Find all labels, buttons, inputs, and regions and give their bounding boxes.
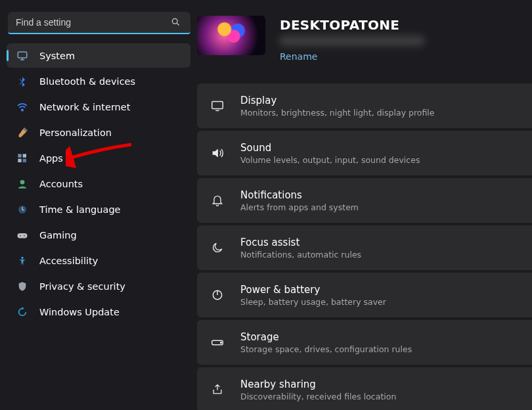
sidebar-item-label: Time & language xyxy=(39,204,121,215)
svg-point-10 xyxy=(20,180,25,185)
sound-icon xyxy=(209,145,226,162)
gamepad-icon xyxy=(16,229,29,242)
card-title: Focus assist xyxy=(240,237,361,248)
settings-cards: Display Monitors, brightness, night ligh… xyxy=(197,83,532,410)
bell-icon xyxy=(209,192,226,209)
rename-link[interactable]: Rename xyxy=(280,51,317,62)
sidebar-item-label: Network & internet xyxy=(39,102,130,112)
card-title: Sound xyxy=(240,142,420,154)
card-sub: Monitors, brightness, night light, displ… xyxy=(240,108,434,118)
sidebar-item-label: Apps xyxy=(39,153,63,164)
sidebar-item-label: Privacy & security xyxy=(39,281,125,292)
share-icon xyxy=(209,381,226,398)
card-sub: Volume levels, output, input, sound devi… xyxy=(240,155,420,165)
card-power-battery[interactable]: Power & battery Sleep, battery usage, ba… xyxy=(197,273,532,317)
sidebar-item-bluetooth[interactable]: Bluetooth & devices xyxy=(7,69,190,93)
card-sub: Discoverability, received files location xyxy=(240,392,396,401)
card-focus-assist[interactable]: Focus assist Notifications, automatic ru… xyxy=(197,225,532,270)
svg-point-21 xyxy=(221,342,222,344)
sidebar-item-label: Windows Update xyxy=(39,307,120,317)
profile-text: DESKTOPATONE Rename xyxy=(280,16,437,62)
sidebar-item-label: Accounts xyxy=(39,179,83,189)
svg-rect-2 xyxy=(18,52,27,58)
person-icon xyxy=(16,177,29,191)
card-title: Nearby sharing xyxy=(240,378,396,390)
sidebar-item-label: Accessibility xyxy=(39,256,98,266)
svg-rect-9 xyxy=(23,158,26,162)
svg-point-14 xyxy=(24,235,25,236)
sidebar-item-label: System xyxy=(39,51,75,61)
card-nearby-sharing[interactable]: Nearby sharing Discoverability, received… xyxy=(197,367,532,410)
card-title: Notifications xyxy=(240,189,359,201)
sidebar-item-windows-update[interactable]: Windows Update xyxy=(7,300,190,324)
card-sub: Alerts from apps and system xyxy=(240,202,359,212)
power-icon xyxy=(209,286,226,304)
apps-icon xyxy=(16,152,29,165)
storage-icon xyxy=(209,334,226,351)
sidebar-item-label: Bluetooth & devices xyxy=(39,76,135,87)
card-sub: Notifications, automatic rules xyxy=(240,250,361,260)
search-container xyxy=(8,12,189,34)
update-icon xyxy=(16,306,29,319)
sidebar-item-privacy[interactable]: Privacy & security xyxy=(7,274,190,298)
profile-header: DESKTOPATONE Rename xyxy=(197,16,532,62)
card-sound[interactable]: Sound Volume levels, output, input, soun… xyxy=(197,131,532,175)
shield-icon xyxy=(16,280,29,293)
card-display[interactable]: Display Monitors, brightness, night ligh… xyxy=(197,83,532,128)
svg-rect-6 xyxy=(18,154,21,157)
svg-rect-7 xyxy=(23,154,26,157)
card-storage[interactable]: Storage Storage space, drives, configura… xyxy=(197,320,532,365)
sidebar-item-personalization[interactable]: Personalization xyxy=(7,120,190,145)
svg-rect-16 xyxy=(212,102,223,109)
clock-globe-icon xyxy=(16,203,29,216)
card-sub: Sleep, battery usage, battery saver xyxy=(240,297,386,307)
svg-rect-12 xyxy=(18,233,28,239)
main-panel: DESKTOPATONE Rename Display Monitors, br… xyxy=(197,0,532,410)
sidebar-item-accounts[interactable]: Accounts xyxy=(7,171,190,196)
card-sub: Storage space, drives, configuration rul… xyxy=(240,344,412,354)
sidebar-item-accessibility[interactable]: Accessibility xyxy=(7,248,190,273)
paintbrush-icon xyxy=(16,126,29,139)
sidebar-item-system[interactable]: System xyxy=(7,43,190,68)
search-input[interactable] xyxy=(8,12,190,34)
svg-point-5 xyxy=(22,109,23,110)
pc-name: DESKTOPATONE xyxy=(280,17,437,33)
wallpaper-thumb xyxy=(197,16,265,55)
sidebar-item-gaming[interactable]: Gaming xyxy=(7,223,190,247)
svg-point-15 xyxy=(21,256,23,258)
svg-point-13 xyxy=(20,235,21,236)
card-notifications[interactable]: Notifications Alerts from apps and syste… xyxy=(197,178,532,223)
wifi-icon xyxy=(16,101,29,114)
card-title: Power & battery xyxy=(240,284,386,296)
card-title: Storage xyxy=(240,331,412,343)
sidebar-item-apps[interactable]: Apps xyxy=(7,146,190,170)
system-icon xyxy=(16,49,29,62)
nav-list: System Bluetooth & devices Network & int… xyxy=(4,43,193,324)
settings-sidebar: System Bluetooth & devices Network & int… xyxy=(0,0,197,410)
moon-icon xyxy=(209,239,226,256)
display-icon xyxy=(209,97,226,114)
sidebar-item-time-language[interactable]: Time & language xyxy=(7,197,190,221)
svg-rect-8 xyxy=(18,158,21,162)
accessibility-icon xyxy=(16,254,29,267)
redacted-line xyxy=(280,35,424,46)
sidebar-item-network[interactable]: Network & internet xyxy=(7,95,190,119)
card-title: Display xyxy=(240,95,434,106)
sidebar-item-label: Gaming xyxy=(39,230,77,240)
sidebar-item-label: Personalization xyxy=(39,127,112,138)
bluetooth-icon xyxy=(16,75,29,88)
